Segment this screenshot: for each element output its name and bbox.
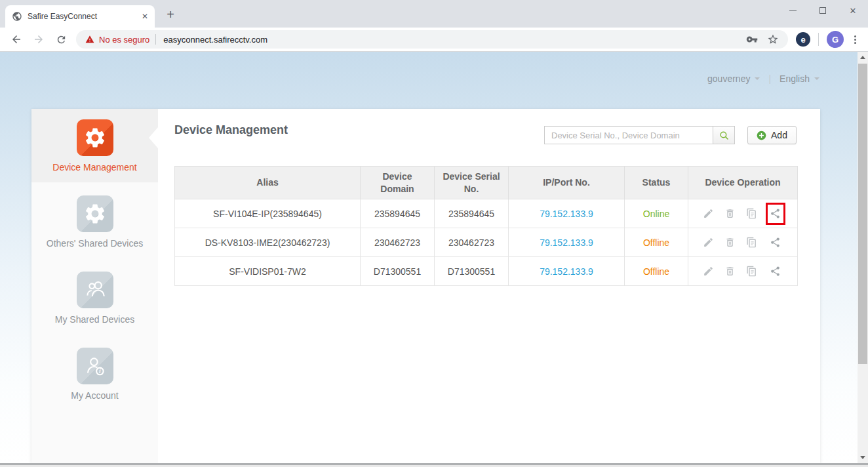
window-bottom-edge	[0, 463, 868, 467]
bookmark-star-icon[interactable]	[767, 33, 779, 45]
sidebar-label: My Account	[31, 390, 158, 401]
close-button[interactable]: ✕	[838, 0, 868, 21]
address-bar[interactable]: No es seguro easyconnect.safirecctv.com	[76, 30, 788, 49]
ip-port-link[interactable]: 79.152.133.9	[540, 209, 593, 219]
sidebar-item-others-shared-devices[interactable]: Others' Shared Devices	[31, 195, 158, 249]
delete-icon[interactable]	[722, 264, 738, 279]
table-row: SF-VI104E-IP(235894645) 235894645 235894…	[175, 199, 798, 228]
browser-tab[interactable]: Safire EasyConnect ✕	[5, 5, 155, 28]
device-serial-cell: 230462723	[435, 228, 509, 257]
copy-icon[interactable]	[744, 235, 760, 251]
plus-circle-icon	[757, 131, 766, 140]
device-domain-cell: 235894645	[361, 199, 435, 228]
svg-text:i: i	[99, 368, 101, 375]
topbar-separator: |	[768, 73, 771, 84]
sidebar-label: Device Management	[31, 162, 158, 173]
share-icon	[770, 266, 781, 277]
share-icon-wrap[interactable]	[766, 232, 785, 254]
person-info-icon: i	[77, 348, 113, 384]
page-title: Device Management	[174, 123, 288, 137]
copy-icon[interactable]	[744, 264, 760, 279]
ip-port-link[interactable]: 79.152.133.9	[540, 266, 593, 277]
security-label[interactable]: No es seguro	[99, 35, 149, 45]
copy-icon[interactable]	[744, 206, 760, 222]
close-icon: ✕	[850, 6, 857, 16]
col-header-device-serial: Device Serial No.	[435, 167, 509, 199]
sidebar-label: Others' Shared Devices	[31, 238, 158, 249]
others-shared-gear-icon	[77, 195, 113, 232]
user-language-bar: gouverney | English	[707, 73, 819, 84]
device-management-gear-icon	[77, 119, 113, 156]
url-text[interactable]: easyconnect.safirecctv.com	[163, 35, 267, 45]
browser-menu-icon[interactable]	[854, 35, 856, 44]
sidebar-item-device-management[interactable]: Device Management	[31, 119, 158, 173]
alias-cell: DS-KV8103-IME2(230462723)	[175, 228, 361, 257]
col-header-device-operation: Device Operation	[688, 167, 798, 199]
sidebar-label: My Shared Devices	[31, 314, 158, 325]
forward-button[interactable]	[30, 30, 48, 49]
minimize-icon	[789, 10, 797, 11]
main-card: Device Management Others' Shared Devices	[31, 109, 820, 463]
omnibox-divider	[155, 34, 156, 45]
col-header-ip-port: IP/Port No.	[509, 167, 625, 199]
add-device-button[interactable]: Add	[747, 126, 797, 144]
share-icon-wrap[interactable]	[766, 260, 785, 283]
minimize-button[interactable]	[778, 0, 808, 21]
language-caret-icon[interactable]	[814, 77, 819, 83]
username-caret-icon[interactable]	[755, 77, 760, 83]
language-menu[interactable]: English	[779, 73, 810, 84]
reload-button[interactable]	[52, 30, 70, 49]
web-page: gouverney | English Device Management	[0, 52, 868, 467]
device-serial-cell: D71300551	[435, 257, 509, 286]
device-serial-cell: 235894645	[435, 199, 509, 228]
tab-title: Safire EasyConnect	[28, 12, 138, 21]
device-table: Alias Device Domain Device Serial No. IP…	[174, 166, 798, 286]
sidebar-item-my-account[interactable]: i My Account	[31, 348, 158, 401]
search-button[interactable]	[713, 127, 734, 144]
status-text: Online	[643, 209, 669, 219]
col-header-status: Status	[625, 167, 688, 199]
device-operations	[691, 203, 795, 225]
edit-icon[interactable]	[701, 235, 717, 251]
device-operations	[691, 232, 795, 254]
col-header-alias: Alias	[175, 167, 361, 199]
username-menu[interactable]: gouverney	[707, 73, 750, 84]
password-key-icon[interactable]	[746, 33, 758, 45]
search-input[interactable]	[545, 127, 713, 144]
add-button-label: Add	[771, 130, 787, 140]
delete-icon[interactable]	[722, 206, 738, 222]
browser-window: Safire EasyConnect ✕ + ✕ No es seguro ea…	[0, 0, 868, 467]
edit-icon[interactable]	[701, 264, 717, 279]
table-row: DS-KV8103-IME2(230462723) 230462723 2304…	[175, 228, 798, 257]
share-icon	[770, 237, 781, 248]
tab-strip: Safire EasyConnect ✕ + ✕	[0, 0, 868, 28]
sidebar-item-my-shared-devices[interactable]: My Shared Devices	[31, 272, 158, 325]
maximize-icon	[819, 7, 826, 14]
page-scrollbar[interactable]	[858, 52, 868, 463]
delete-icon[interactable]	[722, 235, 738, 251]
security-warning-icon[interactable]	[85, 35, 94, 44]
sidebar: Device Management Others' Shared Devices	[31, 109, 158, 463]
scroll-down-icon[interactable]	[858, 453, 868, 463]
maximize-button[interactable]	[808, 0, 838, 21]
edit-icon[interactable]	[701, 206, 717, 222]
device-domain-cell: 230462723	[361, 228, 435, 257]
back-button[interactable]	[7, 30, 26, 49]
people-icon	[77, 272, 113, 308]
profile-avatar[interactable]: G	[827, 31, 844, 48]
toolbar-divider	[818, 33, 819, 46]
table-header-row: Alias Device Domain Device Serial No. IP…	[175, 167, 798, 199]
device-search-box	[544, 126, 735, 144]
content-area: Device Management Add	[158, 109, 820, 463]
scroll-up-icon[interactable]	[858, 52, 868, 62]
ip-port-link[interactable]: 79.152.133.9	[540, 237, 593, 248]
status-text: Offline	[643, 266, 669, 277]
tab-close-icon[interactable]: ✕	[142, 12, 148, 21]
device-domain-cell: D71300551	[361, 257, 435, 286]
share-icon-wrap[interactable]	[766, 203, 785, 225]
globe-favicon	[12, 11, 22, 22]
browser-toolbar: No es seguro easyconnect.safirecctv.com …	[0, 28, 868, 52]
scrollbar-thumb[interactable]	[858, 64, 867, 364]
extension-icon[interactable]: e	[796, 32, 810, 47]
new-tab-button[interactable]: +	[161, 6, 180, 23]
